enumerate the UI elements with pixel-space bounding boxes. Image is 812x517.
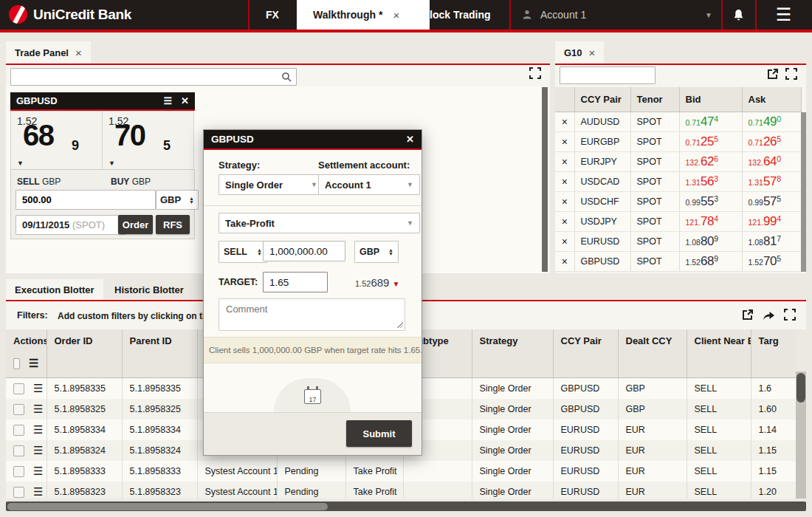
trade-panel-scrollbar[interactable] <box>542 87 548 272</box>
target-input[interactable] <box>263 272 328 292</box>
row-checkbox[interactable] <box>13 445 24 456</box>
row-menu-icon[interactable]: ☰ <box>33 444 43 456</box>
scrollbar-thumb[interactable] <box>796 373 805 403</box>
remove-row-icon[interactable]: × <box>555 132 574 152</box>
select-all-checkbox[interactable] <box>13 358 20 369</box>
currency-stepper[interactable]: GBP ▲▼ <box>156 190 199 210</box>
scrollbar-thumb[interactable] <box>7 503 328 510</box>
col-ask[interactable]: Ask <box>742 87 801 112</box>
row-menu-icon[interactable]: ☰ <box>33 382 43 394</box>
close-icon[interactable]: × <box>589 47 596 59</box>
close-icon[interactable]: ✕ <box>406 134 414 145</box>
tab-trade-panel[interactable]: Trade Panel × <box>6 41 91 64</box>
remove-row-icon[interactable]: × <box>555 232 574 252</box>
popout-icon[interactable] <box>742 309 754 321</box>
ask-cell[interactable]: 0.71265 <box>742 132 801 152</box>
ask-cell[interactable]: 1.52705 <box>742 252 801 272</box>
main-menu-button[interactable]: ☰ <box>755 0 812 30</box>
menu-icon[interactable]: ☰ <box>163 95 172 106</box>
close-icon[interactable]: ✕ <box>181 95 189 106</box>
account-selector[interactable]: Account 1 ▼ <box>509 0 721 30</box>
row-checkbox[interactable] <box>13 487 24 498</box>
fullscreen-icon[interactable] <box>784 309 796 321</box>
resize-handle[interactable] <box>397 322 403 328</box>
submit-button[interactable]: Submit <box>346 420 412 447</box>
blotter-row[interactable]: ☰ 5.1.8958333 5.1.8958333 Systest Accoun… <box>6 461 796 482</box>
col-dealt-ccy[interactable]: Dealt CCY <box>618 329 687 378</box>
side-stepper[interactable]: SELL ▲▼ <box>219 241 267 263</box>
row-checkbox[interactable] <box>13 425 24 436</box>
date-picker-bump[interactable]: 17 <box>274 378 351 412</box>
rates-search-input[interactable] <box>560 66 656 84</box>
tab-g10[interactable]: G10 × <box>555 41 604 64</box>
tab-block-trading[interactable]: Block Trading <box>413 0 518 30</box>
tab-fx[interactable]: FX <box>248 0 297 30</box>
value-date-field[interactable]: 09/11/2015 (SPOT) <box>16 215 126 235</box>
modal-header[interactable]: GBPUSD ✕ <box>204 130 422 148</box>
remove-row-icon[interactable]: × <box>555 112 574 132</box>
popout-icon[interactable] <box>767 68 779 80</box>
strategy-select[interactable]: Single Order▼ <box>219 174 324 195</box>
remove-row-icon[interactable]: × <box>555 252 574 272</box>
ask-cell[interactable]: 0.99575 <box>742 192 801 212</box>
blotter-horizontal-scrollbar[interactable] <box>6 501 806 511</box>
rates-scrollbar[interactable] <box>801 112 806 272</box>
notional-input[interactable] <box>263 241 345 261</box>
close-icon[interactable]: × <box>393 9 399 21</box>
row-checkbox[interactable] <box>13 383 24 394</box>
col-ccy-pair[interactable]: CCY Pair <box>574 87 630 112</box>
tab-walkthrough[interactable]: Walkthrough * × <box>297 0 430 30</box>
tab-execution-blotter[interactable]: Execution Blotter <box>6 279 103 300</box>
settlement-select[interactable]: Account 1▼ <box>318 174 420 195</box>
ask-cell[interactable]: 1.08817 <box>742 232 801 252</box>
order-type-select[interactable]: Take-Profit▼ <box>219 213 420 233</box>
buy-price-button[interactable]: 1.52 70 5 ▼ <box>103 111 194 170</box>
blotter-vertical-scrollbar[interactable] <box>796 372 806 499</box>
bid-cell[interactable]: 121.784 <box>679 212 742 232</box>
close-icon[interactable]: × <box>75 47 82 59</box>
ask-cell[interactable]: 1.31578 <box>742 172 801 192</box>
fullscreen-icon[interactable] <box>529 67 541 79</box>
row-menu-icon[interactable]: ☰ <box>33 403 43 415</box>
row-checkbox[interactable] <box>13 466 24 477</box>
row-menu-icon[interactable]: ☰ <box>33 465 43 477</box>
ask-cell[interactable]: 0.71490 <box>742 112 801 132</box>
currency-stepper[interactable]: GBP ▲▼ <box>354 241 399 263</box>
col-bid[interactable]: Bid <box>679 87 742 112</box>
fullscreen-icon[interactable] <box>785 68 797 80</box>
hamburger-icon[interactable]: ☰ <box>29 357 38 370</box>
sell-price-button[interactable]: 1.52 68 9 ▼ <box>10 111 103 170</box>
col-tenor[interactable]: Tenor <box>630 87 679 112</box>
col-parent-id[interactable]: Parent ID <box>122 329 197 378</box>
bid-cell[interactable]: 1.08809 <box>679 232 742 252</box>
calendar-icon[interactable]: 17 <box>304 389 321 404</box>
remove-row-icon[interactable]: × <box>555 192 574 212</box>
remove-row-icon[interactable]: × <box>555 212 574 232</box>
rfs-button[interactable]: RFS <box>156 215 190 234</box>
bid-cell[interactable]: 0.71255 <box>679 132 742 152</box>
share-icon[interactable] <box>763 309 775 321</box>
bid-cell[interactable]: 0.99553 <box>679 192 742 212</box>
amount-input[interactable] <box>16 190 156 210</box>
row-checkbox[interactable] <box>13 404 24 415</box>
bid-cell[interactable]: 0.71474 <box>679 112 742 132</box>
ask-cell[interactable]: 121.994 <box>742 212 801 232</box>
bid-cell[interactable]: 132.626 <box>679 152 742 172</box>
order-button[interactable]: Order <box>118 215 153 234</box>
col-client-near[interactable]: Client Near Bas <box>687 329 751 378</box>
ask-cell[interactable]: 132.640 <box>742 152 801 172</box>
blotter-row[interactable]: ☰ 5.1.8958323 5.1.8958323 Systest Accoun… <box>6 482 796 499</box>
row-menu-icon[interactable]: ☰ <box>33 485 43 498</box>
instrument-search-input[interactable] <box>10 68 297 86</box>
comment-textarea[interactable] <box>219 298 405 331</box>
col-target[interactable]: Targ <box>751 329 796 378</box>
row-menu-icon[interactable]: ☰ <box>33 423 43 436</box>
col-strategy[interactable]: Strategy <box>472 329 553 378</box>
remove-row-icon[interactable]: × <box>555 152 574 172</box>
tab-historic-blotter[interactable]: Historic Blotter <box>106 279 193 300</box>
remove-row-icon[interactable]: × <box>555 172 574 192</box>
bid-cell[interactable]: 1.31563 <box>679 172 742 192</box>
ticket-header[interactable]: GBPUSD ☰ ✕ <box>10 92 195 109</box>
bid-cell[interactable]: 1.52689 <box>679 252 742 272</box>
col-order-id[interactable]: Order ID <box>47 329 122 378</box>
